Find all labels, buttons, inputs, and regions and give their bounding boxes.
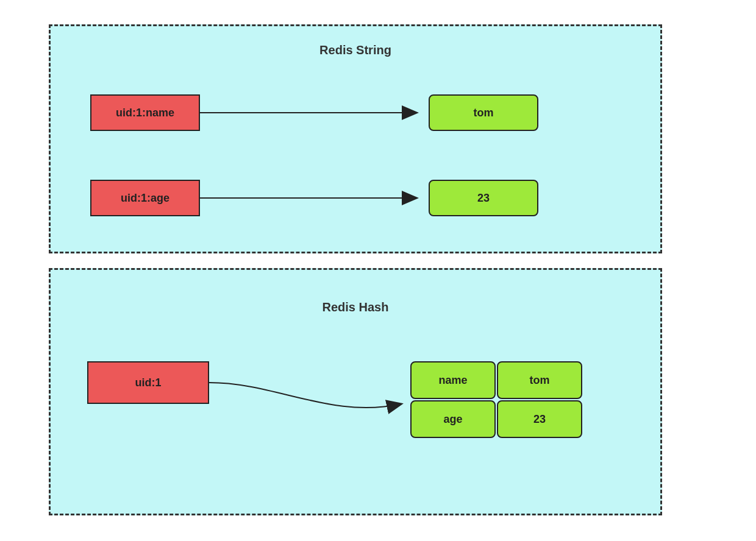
arrow-icon: [209, 361, 410, 434]
redis-string-title: Redis String: [51, 43, 660, 57]
string-value-2: 23: [429, 180, 538, 216]
redis-string-panel: Redis String uid:1:name tom uid:1:age 23: [49, 24, 662, 253]
redis-hash-title: Redis Hash: [51, 300, 660, 314]
arrow-icon: [200, 94, 426, 131]
hash-field-1: name: [410, 361, 496, 399]
string-key-1: uid:1:name: [90, 94, 200, 131]
arrow-icon: [200, 180, 426, 216]
hash-value-1: tom: [497, 361, 582, 399]
string-key-2: uid:1:age: [90, 180, 200, 216]
hash-value-2: 23: [497, 400, 582, 438]
string-value-1: tom: [429, 94, 538, 131]
hash-key: uid:1: [87, 361, 209, 404]
redis-hash-panel: Redis Hash uid:1 name tom age 23: [49, 268, 662, 515]
hash-field-2: age: [410, 400, 496, 438]
